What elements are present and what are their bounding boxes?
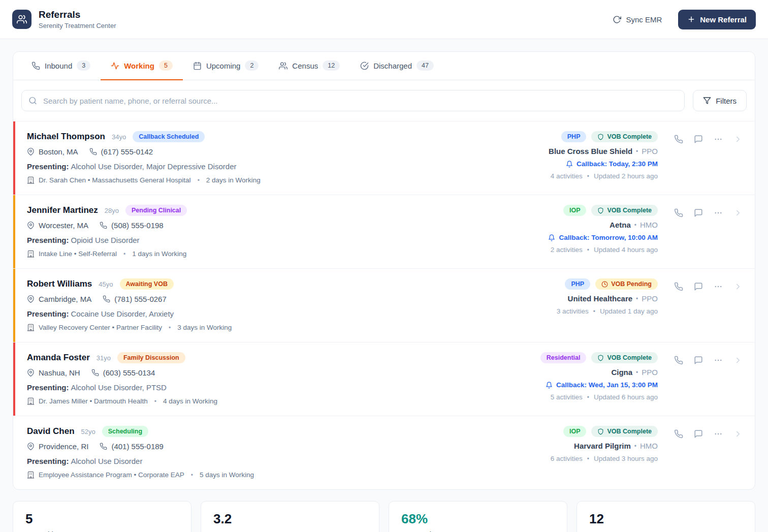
- message-button[interactable]: [693, 134, 704, 145]
- shield-icon: [597, 355, 604, 361]
- referral-card[interactable]: Amanda Foster 31yo Family Discussion Nas…: [13, 342, 755, 416]
- building-icon: [27, 324, 39, 331]
- patient-name: David Chen: [27, 426, 75, 436]
- search-input[interactable]: [21, 90, 685, 111]
- tab-upcoming[interactable]: Upcoming 2: [183, 52, 269, 80]
- callback-time: Callback: Tomorrow, 10:00 AM: [559, 234, 658, 241]
- presenting-conditions: Opioid Use Disorder: [71, 236, 140, 244]
- presenting-row: Presenting:Alcohol Use Disorder, Major D…: [27, 162, 261, 171]
- plus-icon: [687, 15, 695, 23]
- call-button[interactable]: [673, 355, 684, 366]
- updated-time: Updated 1 day ago: [600, 307, 658, 315]
- tab-discharged[interactable]: Discharged 47: [350, 52, 444, 80]
- chevron-right-icon: [733, 208, 743, 217]
- referral-card[interactable]: Jennifer Martinez 28yo Pending Clinical …: [13, 195, 755, 268]
- presenting-label: Presenting:: [27, 309, 69, 318]
- status-badge: Family Discussion: [117, 352, 185, 363]
- referral-list: Michael Thompson 34yo Callback Scheduled…: [13, 121, 755, 489]
- referral-card[interactable]: Robert Williams 45yo Awaiting VOB Cambri…: [13, 268, 755, 342]
- insurance-row: United Healthcare • PPO: [568, 294, 658, 303]
- referral-card[interactable]: David Chen 52yo Scheduling Providence, R…: [13, 416, 755, 489]
- status-badge: Awaiting VOB: [120, 278, 174, 290]
- calendar-icon: [193, 61, 202, 70]
- message-button[interactable]: [693, 355, 704, 366]
- referral-source: Intake Line • Self-Referral: [39, 250, 117, 258]
- patient-age: 45yo: [99, 280, 113, 288]
- open-referral-button[interactable]: [732, 355, 744, 366]
- activity-row: 2 activities • Updated 4 hours ago: [551, 246, 658, 254]
- patient-age: 28yo: [105, 207, 119, 214]
- open-referral-button[interactable]: [732, 207, 744, 218]
- tab-inbound[interactable]: Inbound 3: [21, 52, 101, 80]
- stat-value: 5: [25, 512, 179, 525]
- ellipsis-icon: [714, 282, 723, 291]
- insurance-name: United Healthcare: [568, 294, 633, 303]
- activity-count: 3 activities: [557, 307, 589, 315]
- open-referral-button[interactable]: [732, 281, 744, 292]
- chat-bubble-icon: [694, 429, 703, 439]
- patient-name: Michael Thompson: [27, 132, 105, 142]
- more-options-button[interactable]: [713, 355, 724, 366]
- level-of-care-badge: PHP: [565, 278, 590, 290]
- patient-location: Cambridge, MA: [27, 295, 91, 303]
- sync-emr-button[interactable]: Sync EMR: [610, 15, 665, 24]
- message-button[interactable]: [693, 281, 704, 292]
- updated-time: Updated 6 hours ago: [594, 393, 658, 401]
- call-button[interactable]: [673, 134, 684, 145]
- message-button[interactable]: [693, 428, 704, 440]
- presenting-label: Presenting:: [27, 457, 69, 465]
- stat-value: 12: [589, 512, 743, 525]
- check-circle-icon: [360, 61, 369, 70]
- filters-button[interactable]: Filters: [693, 90, 747, 111]
- more-options-button[interactable]: [713, 134, 724, 145]
- more-options-button[interactable]: [713, 281, 724, 292]
- chat-bubble-icon: [694, 135, 703, 144]
- presenting-label: Presenting:: [27, 383, 69, 392]
- shield-icon: [597, 134, 604, 140]
- activity-row: 3 activities • Updated 1 day ago: [557, 307, 658, 315]
- message-button[interactable]: [693, 207, 704, 218]
- patient-phone: (401) 555-0189: [100, 442, 164, 451]
- call-button[interactable]: [673, 207, 684, 218]
- tab-count-badge: 2: [245, 60, 259, 71]
- open-referral-button[interactable]: [732, 428, 744, 440]
- more-options-button[interactable]: [713, 207, 724, 218]
- users-icon: [279, 61, 287, 70]
- referral-source-row: Dr. Sarah Chen • Massachusetts General H…: [27, 176, 261, 184]
- tab-census[interactable]: Census 12: [269, 52, 350, 80]
- updated-time: Updated 4 hours ago: [594, 246, 658, 254]
- patient-name: Jennifer Martinez: [27, 205, 98, 215]
- presenting-row: Presenting:Alcohol Use Disorder: [27, 457, 254, 465]
- referral-card[interactable]: Michael Thompson 34yo Callback Scheduled…: [13, 121, 755, 195]
- patient-phone: (617) 555-0142: [89, 147, 153, 156]
- tab-count-badge: 12: [323, 60, 340, 71]
- phone-icon: [89, 148, 97, 155]
- phone-icon: [31, 61, 40, 70]
- level-of-care-badge: IOP: [563, 205, 587, 216]
- tab-bar: Inbound 3 Working 5 Upcoming 2 Census 12: [13, 52, 755, 80]
- status-badge: Callback Scheduled: [133, 131, 205, 142]
- open-referral-button[interactable]: [732, 134, 744, 145]
- call-button[interactable]: [673, 281, 684, 292]
- chat-bubble-icon: [694, 208, 703, 217]
- callback-row: Callback: Wed, Jan 15, 3:00 PM: [546, 381, 658, 389]
- insurance-name: Cigna: [611, 368, 632, 377]
- patient-location: Worcester, MA: [27, 221, 88, 230]
- stat-card: 68% Conversion Rate ↑ 4% from last month: [389, 501, 567, 532]
- insurance-row: Blue Cross Blue Shield • PPO: [549, 147, 658, 155]
- patient-age: 34yo: [112, 133, 126, 141]
- new-referral-button[interactable]: New Referral: [678, 10, 756, 29]
- chevron-right-icon: [733, 429, 743, 439]
- call-button[interactable]: [673, 428, 684, 440]
- tab-working[interactable]: Working 5: [101, 52, 183, 80]
- activity-icon: [111, 61, 119, 70]
- more-options-button[interactable]: [713, 428, 724, 440]
- status-badge: Scheduling: [102, 426, 148, 437]
- presenting-row: Presenting:Cocaine Use Disorder, Anxiety: [27, 309, 232, 318]
- building-icon: [27, 250, 39, 258]
- page-title: Referrals: [39, 9, 116, 21]
- map-pin-icon: [27, 369, 35, 377]
- insurance-row: Harvard Pilgrim • HMO: [574, 442, 658, 450]
- phone-icon: [674, 208, 683, 217]
- page-subtitle: Serenity Treatment Center: [39, 22, 116, 29]
